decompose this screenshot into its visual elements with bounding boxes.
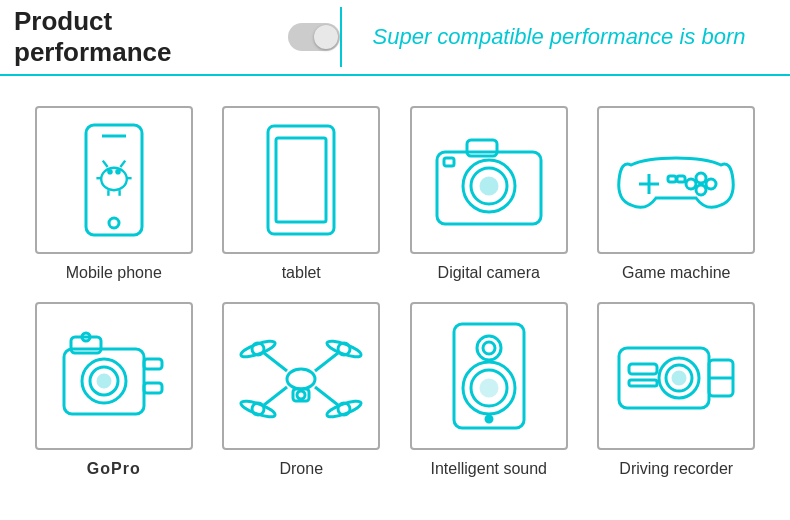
svg-point-36 xyxy=(287,369,315,389)
svg-rect-62 xyxy=(629,364,657,374)
item-driving-recorder: Driving recorder xyxy=(593,302,761,478)
svg-rect-15 xyxy=(467,140,497,156)
svg-line-5 xyxy=(120,161,125,167)
svg-rect-13 xyxy=(276,138,326,222)
svg-point-22 xyxy=(696,173,706,183)
item-digital-camera: Digital camera xyxy=(405,106,573,282)
item-drone: Drone xyxy=(218,302,386,478)
label-mobile-phone: Mobile phone xyxy=(66,264,162,282)
label-digital-camera: Digital camera xyxy=(438,264,540,282)
icon-box-drone xyxy=(222,302,380,450)
svg-point-43 xyxy=(240,398,277,420)
icon-box-gopro xyxy=(35,302,193,450)
svg-point-32 xyxy=(98,375,110,387)
svg-point-50 xyxy=(297,391,305,399)
svg-rect-63 xyxy=(629,380,657,386)
icon-box-game-machine xyxy=(597,106,755,254)
svg-line-39 xyxy=(264,387,287,405)
toggle-switch[interactable] xyxy=(288,23,340,51)
svg-line-40 xyxy=(315,387,338,405)
label-game-machine: Game machine xyxy=(622,264,731,282)
svg-point-53 xyxy=(483,342,495,354)
svg-rect-33 xyxy=(144,359,162,369)
item-mobile-phone: Mobile phone xyxy=(30,106,198,282)
svg-point-56 xyxy=(481,380,497,396)
label-tablet: tablet xyxy=(282,264,321,282)
svg-point-23 xyxy=(706,179,716,189)
svg-rect-19 xyxy=(444,158,454,166)
icon-box-tablet xyxy=(222,106,380,254)
svg-rect-58 xyxy=(619,348,709,408)
product-grid: Mobile phone tablet xyxy=(0,86,790,488)
header-right: Super compatible performance is born xyxy=(342,24,790,50)
svg-point-6 xyxy=(108,170,111,173)
header-left: Product performance xyxy=(0,6,340,68)
svg-rect-26 xyxy=(668,176,676,182)
svg-point-41 xyxy=(240,338,277,360)
svg-point-2 xyxy=(109,218,119,228)
svg-point-24 xyxy=(686,179,696,189)
header-subtitle: Super compatible performance is born xyxy=(373,24,746,50)
icon-box-mobile-phone xyxy=(35,106,193,254)
label-drone: Drone xyxy=(279,460,323,478)
svg-point-52 xyxy=(477,336,501,360)
svg-point-44 xyxy=(326,398,363,420)
svg-point-57 xyxy=(486,416,492,422)
icon-box-intelligent-sound xyxy=(410,302,568,450)
svg-line-38 xyxy=(315,353,338,371)
label-gopro: GoPro xyxy=(87,460,141,478)
svg-rect-12 xyxy=(268,126,334,234)
label-intelligent-sound: Intelligent sound xyxy=(430,460,547,478)
svg-point-61 xyxy=(673,372,685,384)
svg-line-37 xyxy=(264,353,287,371)
svg-line-4 xyxy=(103,161,108,167)
svg-rect-29 xyxy=(71,337,101,353)
item-intelligent-sound: Intelligent sound xyxy=(405,302,573,478)
label-driving-recorder: Driving recorder xyxy=(619,460,733,478)
page-title: Product performance xyxy=(14,6,272,68)
item-tablet: tablet xyxy=(218,106,386,282)
svg-point-42 xyxy=(326,338,363,360)
svg-point-3 xyxy=(101,168,127,190)
header: Product performance Super compatible per… xyxy=(0,0,790,76)
item-game-machine: Game machine xyxy=(593,106,761,282)
icon-box-digital-camera xyxy=(410,106,568,254)
svg-rect-27 xyxy=(677,176,685,182)
item-gopro: GoPro xyxy=(30,302,198,478)
svg-point-18 xyxy=(481,178,497,194)
svg-rect-34 xyxy=(144,383,162,393)
icon-box-driving-recorder xyxy=(597,302,755,450)
toggle-knob xyxy=(314,25,338,49)
svg-point-25 xyxy=(696,185,706,195)
svg-point-7 xyxy=(116,170,119,173)
